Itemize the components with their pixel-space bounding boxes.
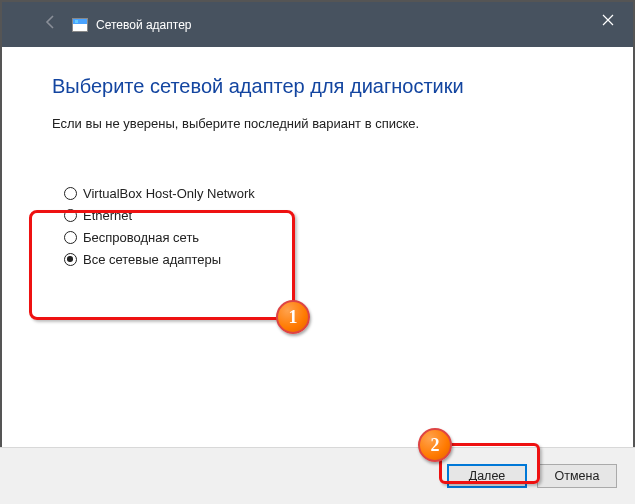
radio-label: VirtualBox Host-Only Network [83, 186, 255, 201]
button-label: Далее [469, 469, 506, 483]
radio-label: Беспроводная сеть [83, 230, 199, 245]
network-adapter-icon [72, 18, 88, 32]
page-heading: Выберите сетевой адаптер для диагностики [52, 75, 583, 98]
window-frame: Сетевой адаптер Выберите сетевой адаптер… [0, 0, 635, 504]
radio-label: Все сетевые адаптеры [83, 252, 221, 267]
page-subtext: Если вы не уверены, выберите последний в… [52, 116, 583, 131]
back-arrow-icon[interactable] [42, 13, 60, 36]
cancel-button[interactable]: Отмена [537, 464, 617, 488]
content-area: Выберите сетевой адаптер для диагностики… [2, 47, 633, 310]
radio-input[interactable] [64, 231, 77, 244]
button-bar: Далее Отмена [0, 447, 635, 504]
adapter-radio-group: VirtualBox Host-Only Network Ethernet Бе… [52, 171, 332, 290]
radio-input[interactable] [64, 187, 77, 200]
titlebar: Сетевой адаптер [2, 2, 633, 47]
radio-label: Ethernet [83, 208, 132, 223]
next-button[interactable]: Далее [447, 464, 527, 488]
radio-option-virtualbox[interactable]: VirtualBox Host-Only Network [64, 186, 320, 201]
close-button[interactable] [583, 2, 633, 37]
annotation-badge-1: 1 [276, 300, 310, 334]
radio-option-ethernet[interactable]: Ethernet [64, 208, 320, 223]
button-label: Отмена [555, 469, 600, 483]
radio-input[interactable] [64, 209, 77, 222]
radio-input[interactable] [64, 253, 77, 266]
annotation-badge-2: 2 [418, 428, 452, 462]
radio-option-wireless[interactable]: Беспроводная сеть [64, 230, 320, 245]
window-title: Сетевой адаптер [96, 18, 191, 32]
radio-option-all-adapters[interactable]: Все сетевые адаптеры [64, 252, 320, 267]
